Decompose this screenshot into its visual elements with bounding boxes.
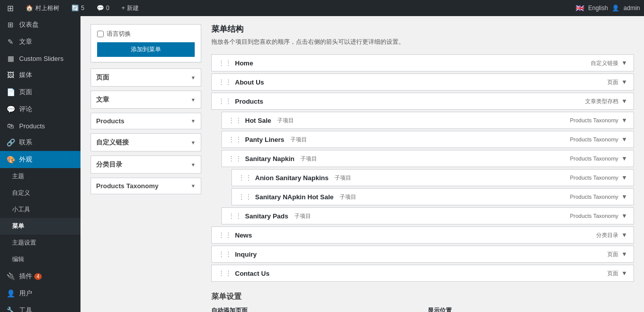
comments-sidebar-icon: 💬 [6, 105, 15, 113]
wp-logo-icon[interactable]: ⊞ [4, 0, 17, 16]
section-pages-header[interactable]: 页面 ▼ [91, 69, 201, 86]
expand-arrow-icon[interactable]: ▼ [621, 251, 627, 258]
plugins-icon: 🔌 [6, 272, 15, 280]
menu-item-sanitary-napkin[interactable]: ⋮⋮ Sanitary Napkin 子项目 Products Taxonomy… [221, 150, 634, 167]
new-content-bar[interactable]: + 新建 [118, 0, 141, 16]
lang-switch-input[interactable] [97, 31, 104, 37]
menu-item-name: Inquiry [235, 251, 257, 258]
menu-item-products[interactable]: ⋮⋮ Products 文章类型存档 ▼ [211, 93, 634, 110]
section-products-header[interactable]: Products ▼ [91, 113, 201, 129]
section-posts: 文章 ▼ [91, 91, 201, 109]
menu-item-tag: 子项目 [300, 155, 317, 163]
sidebar-item-links[interactable]: 🔗 联系 [0, 134, 80, 151]
site-name-bar[interactable]: 🏠 村上榕树 [23, 0, 62, 16]
sidebar-item-theme-settings[interactable]: 主题设置 [0, 235, 80, 251]
sidebar-item-plugins[interactable]: 🔌 插件 4 [0, 268, 80, 285]
expand-arrow-icon[interactable]: ▼ [621, 155, 627, 162]
sidebar-item-tools[interactable]: 🔧 工具 [0, 302, 80, 312]
sidebar-item-themes[interactable]: 主题 [0, 168, 80, 185]
drag-handle-icon: ⋮⋮ [218, 78, 232, 86]
drag-handle-icon: ⋮⋮ [228, 116, 242, 124]
drag-handle-icon: ⋮⋮ [228, 212, 242, 220]
lang-switch-label: 语言切换 [107, 30, 131, 38]
menu-item-type: 页面 [607, 270, 618, 277]
expand-arrow-icon[interactable]: ▼ [621, 136, 627, 143]
menu-item-news[interactable]: ⋮⋮ News 分类目录 ▼ [211, 226, 634, 244]
menu-item-type: Products Taxonomy [570, 155, 618, 162]
admin-username: admin [623, 5, 640, 12]
section-products-taxonomy-header[interactable]: Products Taxonomy ▼ [91, 178, 201, 194]
sidebar-item-comments[interactable]: 💬 评论 [0, 101, 80, 118]
expand-arrow-icon[interactable]: ▼ [621, 117, 627, 124]
sidebar-item-custom-sliders[interactable]: ▦ Custom Sliders [0, 50, 80, 66]
menu-item-sanitary-pads[interactable]: ⋮⋮ Sanitary Pads 子项目 Products Taxonomy ▼ [221, 207, 634, 224]
expand-arrow-icon[interactable]: ▼ [621, 270, 627, 277]
expand-arrow-icon[interactable]: ▼ [621, 98, 627, 105]
sidebar-item-appearance[interactable]: 🎨 外观 [0, 151, 80, 168]
sidebar-label-editor: 编辑 [12, 255, 24, 264]
language-label: English [588, 5, 608, 12]
drag-handle-icon: ⋮⋮ [238, 174, 252, 182]
menu-item-inquiry[interactable]: ⋮⋮ Inquiry 页面 ▼ [211, 246, 634, 263]
auto-add-label: 自动添加页面 [211, 306, 418, 312]
menu-item-name: News [235, 231, 252, 239]
menu-item-panty-liners[interactable]: ⋮⋮ Panty Liners 子项目 Products Taxonomy ▼ [221, 131, 634, 148]
menu-item-name: Products [235, 98, 263, 105]
auto-add-section: 自动添加页面 自动添加新的顶级页面到此菜单 [211, 306, 418, 312]
admin-avatar: 👤 [612, 5, 619, 12]
expand-arrow-icon[interactable]: ▼ [621, 231, 627, 239]
lang-switch-checkbox[interactable]: 语言切换 [97, 30, 195, 38]
menu-item-type: 页面 [607, 251, 618, 258]
dashboard-icon: ⊞ [6, 21, 15, 29]
expand-arrow-icon[interactable]: ▼ [621, 174, 627, 181]
sidebar-item-users[interactable]: 👤 用户 [0, 285, 80, 302]
sidebar-item-products[interactable]: 🛍 Products [0, 118, 80, 134]
sidebar-label-plugins: 插件 4 [19, 272, 42, 281]
sidebar-item-posts[interactable]: ✎ 文章 [0, 33, 80, 50]
expand-arrow-icon[interactable]: ▼ [621, 193, 627, 200]
menu-item-hot-sale[interactable]: ⋮⋮ Hot Sale 子项目 Products Taxonomy ▼ [221, 112, 634, 129]
menu-item-sanitary-hot-sale[interactable]: ⋮⋮ Sanitary NApkin Hot Sale 子项目 Products… [231, 188, 634, 205]
menu-item-contact-us[interactable]: ⋮⋮ Contact Us 页面 ▼ [211, 265, 634, 282]
updates-bar[interactable]: 🔄 5 [68, 0, 88, 16]
section-custom-links-label: 自定义链接 [96, 138, 129, 147]
menu-item-type: Products Taxonomy [570, 136, 618, 142]
menu-settings-title: 菜单设置 [211, 292, 634, 301]
section-custom-links-header[interactable]: 自定义链接 ▼ [91, 134, 201, 151]
sidebar-item-dashboard[interactable]: ⊞ 仪表盘 [0, 16, 80, 33]
sidebar-item-media[interactable]: 🖼 媒体 [0, 66, 80, 84]
links-icon: 🔗 [6, 138, 15, 146]
appearance-icon: 🎨 [6, 155, 15, 164]
chevron-down-icon: ▼ [191, 75, 196, 81]
sidebar-label-widgets: 小工具 [12, 205, 30, 214]
menu-item-name: Home [235, 59, 253, 67]
drag-handle-icon: ⋮⋮ [218, 97, 232, 105]
expand-arrow-icon[interactable]: ▼ [621, 79, 627, 86]
expand-arrow-icon[interactable]: ▼ [621, 59, 627, 66]
comments-bar[interactable]: 💬 0 [94, 0, 113, 16]
menu-items-container: ⋮⋮ Home 自定义链接 ▼ ⋮⋮ About Us [211, 54, 634, 282]
sidebar-item-customize[interactable]: 自定义 [0, 185, 80, 201]
sidebar-label-users: 用户 [19, 289, 32, 298]
drag-handle-icon: ⋮⋮ [238, 193, 252, 201]
section-pages: 页面 ▼ [91, 68, 201, 87]
sidebar-item-menus[interactable]: 菜单 [0, 218, 80, 235]
menu-item-about-us[interactable]: ⋮⋮ About Us 页面 ▼ [211, 73, 634, 91]
sidebar-label-links: 联系 [19, 138, 32, 147]
display-label: 显示位置 [428, 306, 634, 312]
menu-item-home[interactable]: ⋮⋮ Home 自定义链接 ▼ [211, 54, 634, 71]
menu-item-anion-sanitary[interactable]: ⋮⋮ Anion Sanitary Napkins 子项目 Products T… [231, 169, 634, 186]
add-to-menu-button[interactable]: 添加到菜单 [97, 42, 195, 57]
chevron-down-icon: ▼ [191, 140, 196, 145]
sidebar-item-widgets[interactable]: 小工具 [0, 201, 80, 218]
expand-arrow-icon[interactable]: ▼ [621, 212, 627, 219]
sidebar-item-pages[interactable]: 📄 页面 [0, 84, 80, 101]
wp-icon: ⊞ [7, 4, 14, 13]
pages-icon: 📄 [6, 88, 15, 96]
section-posts-header[interactable]: 文章 ▼ [91, 91, 201, 108]
section-categories-header[interactable]: 分类目录 ▼ [91, 156, 201, 173]
menu-item-name: About Us [235, 79, 264, 86]
menu-item-name: Anion Sanitary Napkins [255, 174, 329, 182]
sidebar-item-editor[interactable]: 编辑 [0, 251, 80, 268]
sidebar-label-tools: 工具 [19, 306, 32, 312]
